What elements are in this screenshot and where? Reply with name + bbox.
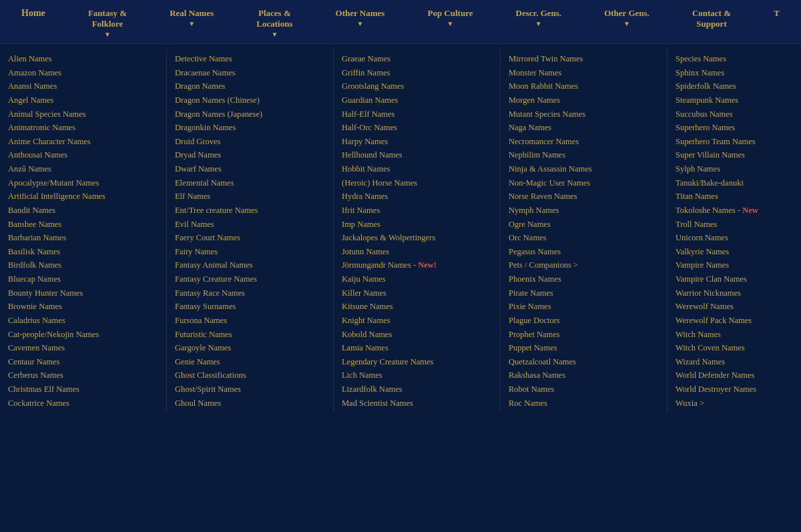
list-item[interactable]: Jotunn Names: [342, 245, 492, 259]
list-item[interactable]: Nymph Names: [509, 204, 659, 218]
list-item[interactable]: Vampire Names: [676, 258, 793, 272]
list-item[interactable]: Ghost/Spirit Names: [175, 382, 325, 396]
list-item[interactable]: Elemental Names: [175, 176, 325, 190]
list-item[interactable]: Anthousai Names: [8, 148, 158, 162]
list-item[interactable]: Dracaenae Names: [175, 66, 325, 80]
list-item[interactable]: Titan Names: [676, 190, 793, 204]
list-item[interactable]: Bandit Names: [8, 204, 158, 218]
list-item[interactable]: Basilisk Names: [8, 245, 158, 259]
list-item[interactable]: Graeae Names: [342, 52, 492, 66]
list-item[interactable]: Artificial Intelligence Names: [8, 190, 158, 204]
list-item[interactable]: Cerberus Names: [8, 368, 158, 382]
list-item[interactable]: Hydra Names: [342, 190, 492, 204]
list-item[interactable]: Ogre Names: [509, 218, 659, 232]
list-item[interactable]: (Heroic) Horse Names: [342, 176, 492, 190]
list-item[interactable]: Half-Orc Names: [342, 121, 492, 135]
list-item[interactable]: Roc Names: [509, 396, 659, 411]
list-item[interactable]: Wuxia >: [676, 396, 793, 411]
list-item[interactable]: Fantasy Animal Names: [175, 258, 325, 272]
list-item[interactable]: Ghost Classifications: [175, 368, 325, 382]
list-item[interactable]: Plague Doctors: [509, 314, 659, 328]
list-item[interactable]: Fantasy Surnames: [175, 300, 325, 314]
list-item[interactable]: Futuristic Names: [175, 328, 325, 342]
list-item[interactable]: Dryad Names: [175, 148, 325, 162]
list-item[interactable]: Imp Names: [342, 218, 492, 232]
list-item[interactable]: Warrior Nicknames: [676, 286, 793, 300]
list-item[interactable]: Moon Rabbit Names: [509, 79, 659, 93]
list-item[interactable]: Harpy Names: [342, 135, 492, 149]
nav-real-names[interactable]: Real Names▼: [164, 5, 219, 30]
list-item[interactable]: Kobold Names: [342, 328, 492, 342]
list-item[interactable]: Wizard Names: [676, 355, 793, 369]
list-item[interactable]: Anzû Names: [8, 162, 158, 176]
list-item[interactable]: Dwarf Names: [175, 162, 325, 176]
nav-extra[interactable]: T: [768, 5, 785, 21]
nav-descr-gens[interactable]: Descr. Gens.▼: [511, 5, 567, 30]
list-item[interactable]: Pets / Companions >: [509, 258, 659, 272]
list-item[interactable]: Griffin Names: [342, 66, 492, 80]
list-item[interactable]: Sylph Names: [676, 162, 793, 176]
list-item[interactable]: Sphinx Names: [676, 66, 793, 80]
list-item[interactable]: Apocalypse/Mutant Names: [8, 176, 158, 190]
list-item[interactable]: Animal Species Names: [8, 107, 158, 121]
list-item[interactable]: Fantasy Race Names: [175, 286, 325, 300]
list-item[interactable]: Super Villain Names: [676, 148, 793, 162]
list-item[interactable]: Lamia Names: [342, 341, 492, 355]
list-item[interactable]: Amazon Names: [8, 66, 158, 80]
list-item[interactable]: Orc Names: [509, 231, 659, 245]
list-item[interactable]: Witch Coven Names: [676, 341, 793, 355]
list-item[interactable]: Ghoul Names: [175, 396, 325, 411]
list-item[interactable]: Hellhound Names: [342, 148, 492, 162]
list-item[interactable]: Ninja & Assassin Names: [509, 162, 659, 176]
list-item[interactable]: Alien Names: [8, 52, 158, 66]
list-item[interactable]: Guardian Names: [342, 93, 492, 107]
list-item[interactable]: Grootslang Names: [342, 79, 492, 93]
list-item[interactable]: Fursona Names: [175, 314, 325, 328]
list-item[interactable]: Pirate Names: [509, 286, 659, 300]
list-item[interactable]: Fantasy Creature Names: [175, 272, 325, 286]
nav-pop-culture[interactable]: Pop Culture▼: [422, 5, 478, 30]
list-item[interactable]: Elf Names: [175, 190, 325, 204]
list-item[interactable]: Witch Names: [676, 328, 793, 342]
list-item[interactable]: Lizardfolk Names: [342, 382, 492, 396]
list-item[interactable]: Valkyrie Names: [676, 245, 793, 259]
list-item[interactable]: Species Names: [676, 52, 793, 66]
list-item[interactable]: Tanuki/Bake-danuki: [676, 176, 793, 190]
list-item[interactable]: Jackalopes & Wolpertingers: [342, 231, 492, 245]
list-item[interactable]: Succubus Names: [676, 107, 793, 121]
list-item[interactable]: Genie Names: [175, 355, 325, 369]
list-item[interactable]: Mad Scientist Names: [342, 396, 492, 411]
list-item[interactable]: Knight Names: [342, 314, 492, 328]
list-item[interactable]: Werewolf Names: [676, 300, 793, 314]
list-item[interactable]: Ifrit Names: [342, 204, 492, 218]
list-item[interactable]: Ent/Tree creature Names: [175, 204, 325, 218]
list-item[interactable]: Anime Character Names: [8, 135, 158, 149]
list-item[interactable]: Druid Groves: [175, 135, 325, 149]
list-item[interactable]: Bluecap Names: [8, 272, 158, 286]
list-item[interactable]: Morgen Names: [509, 93, 659, 107]
list-item[interactable]: Puppet Names: [509, 341, 659, 355]
list-item[interactable]: Kaiju Names: [342, 272, 492, 286]
list-item[interactable]: Nephilim Names: [509, 148, 659, 162]
list-item[interactable]: Pixie Names: [509, 300, 659, 314]
list-item[interactable]: Birdfolk Names: [8, 258, 158, 272]
list-item[interactable]: Angel Names: [8, 93, 158, 107]
list-item[interactable]: Banshee Names: [8, 218, 158, 232]
list-item[interactable]: Lich Names: [342, 368, 492, 382]
nav-fantasy[interactable]: Fantasy &Folklore▼: [83, 5, 132, 41]
list-item[interactable]: World Destroyer Names: [676, 382, 793, 396]
list-item[interactable]: Fairy Names: [175, 245, 325, 259]
list-item[interactable]: Steampunk Names: [676, 93, 793, 107]
list-item[interactable]: Necromancer Names: [509, 135, 659, 149]
list-item[interactable]: Phoenix Names: [509, 272, 659, 286]
list-item[interactable]: Mutant Species Names: [509, 107, 659, 121]
list-item[interactable]: Centaur Names: [8, 355, 158, 369]
list-item[interactable]: Detective Names: [175, 52, 325, 66]
list-item[interactable]: World Defender Names: [676, 368, 793, 382]
list-item[interactable]: Rakshasa Names: [509, 368, 659, 382]
list-item[interactable]: Evil Names: [175, 218, 325, 232]
list-item[interactable]: Anansi Names: [8, 79, 158, 93]
nav-contact[interactable]: Contact &Support: [687, 5, 736, 32]
list-item[interactable]: Pegasus Names: [509, 245, 659, 259]
list-item[interactable]: Cavemen Names: [8, 341, 158, 355]
